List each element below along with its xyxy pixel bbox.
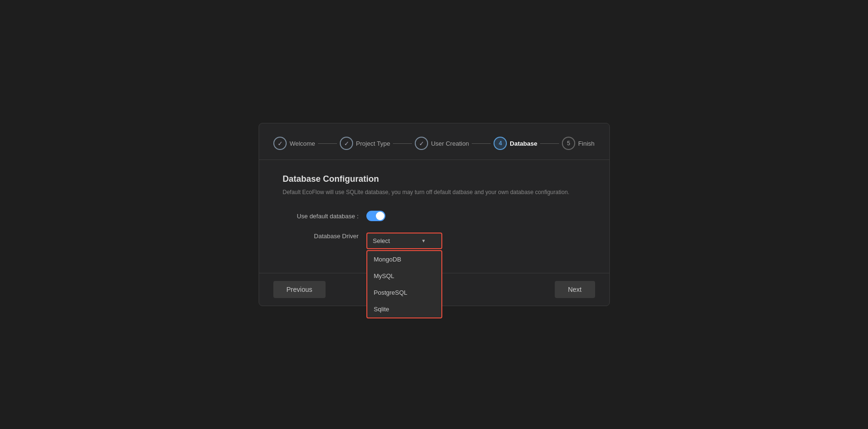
step-number-finish: 5 [567, 140, 570, 147]
wizard-content: Database Configuration Default EcoFlow w… [259, 160, 609, 273]
driver-select-button[interactable]: Select ▼ [366, 233, 442, 249]
driver-label: Database Driver [283, 233, 359, 240]
option-sqlite[interactable]: Sqlite [367, 301, 441, 317]
step-project-type: ✓ Project Type [340, 137, 390, 150]
next-button[interactable]: Next [555, 281, 595, 298]
driver-select-wrapper: Select ▼ MongoDB MySQL PostgreSQL Sqlite [366, 233, 442, 249]
step-welcome: ✓ Welcome [273, 137, 315, 150]
chevron-down-icon: ▼ [421, 238, 426, 243]
use-default-toggle[interactable] [366, 211, 385, 221]
select-placeholder: Select [373, 237, 390, 244]
step-circle-user-creation: ✓ [415, 137, 428, 150]
step-circle-welcome: ✓ [273, 137, 287, 150]
stepper: ✓ Welcome ✓ Project Type ✓ User Creation… [259, 123, 609, 160]
step-finish: 5 Finish [562, 137, 595, 150]
step-label-welcome: Welcome [289, 140, 315, 147]
check-icon-user-creation: ✓ [419, 140, 424, 147]
driver-row: Database Driver Select ▼ MongoDB MySQL P… [283, 231, 586, 249]
check-icon-project-type: ✓ [344, 140, 349, 147]
section-description: Default EcoFlow will use SQLite database… [283, 188, 586, 196]
step-label-project-type: Project Type [356, 140, 390, 147]
step-database: 4 Database [494, 137, 537, 150]
wizard-card: ✓ Welcome ✓ Project Type ✓ User Creation… [259, 123, 610, 306]
connector-3 [472, 143, 491, 144]
step-label-user-creation: User Creation [431, 140, 469, 147]
option-mysql[interactable]: MySQL [367, 268, 441, 284]
step-circle-project-type: ✓ [340, 137, 353, 150]
default-database-row: Use default database : [283, 211, 586, 221]
connector-4 [540, 143, 559, 144]
option-postgresql[interactable]: PostgreSQL [367, 284, 441, 301]
previous-button[interactable]: Previous [273, 281, 326, 298]
section-title: Database Configuration [283, 174, 586, 184]
connector-1 [318, 143, 337, 144]
step-user-creation: ✓ User Creation [415, 137, 469, 150]
step-number-database: 4 [499, 140, 502, 147]
step-circle-database: 4 [494, 137, 507, 150]
step-circle-finish: 5 [562, 137, 575, 150]
check-icon-welcome: ✓ [278, 140, 283, 147]
connector-2 [393, 143, 412, 144]
driver-dropdown-menu: MongoDB MySQL PostgreSQL Sqlite [366, 250, 442, 318]
option-mongodb[interactable]: MongoDB [367, 251, 441, 268]
use-default-label: Use default database : [283, 213, 359, 220]
step-label-finish: Finish [578, 140, 595, 147]
step-label-database: Database [510, 140, 537, 147]
